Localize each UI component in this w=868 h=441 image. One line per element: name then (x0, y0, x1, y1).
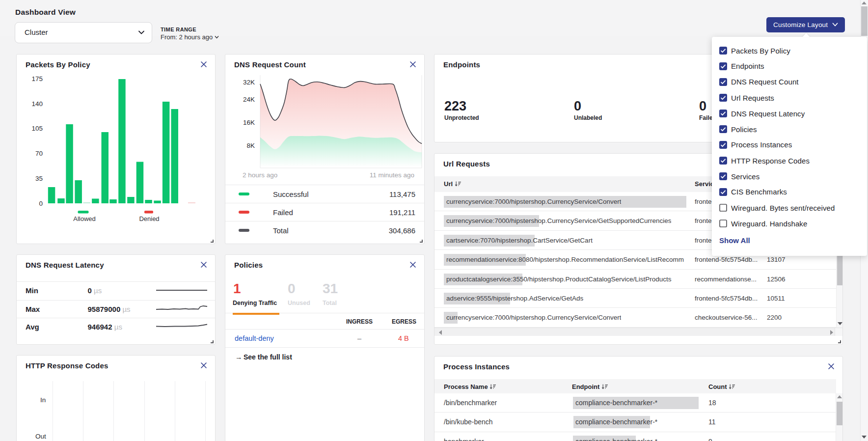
svg-text:2 hours ago: 2 hours ago (243, 171, 277, 179)
svg-text:105: 105 (31, 125, 43, 132)
svg-text:11 minutes ago: 11 minutes ago (370, 171, 414, 179)
svg-text:16K: 16K (243, 119, 255, 126)
svg-text:0: 0 (39, 200, 43, 207)
svg-text:140: 140 (31, 100, 43, 108)
svg-text:70: 70 (35, 150, 43, 157)
svg-text:175: 175 (31, 75, 43, 83)
svg-text:8K: 8K (246, 142, 255, 149)
svg-text:Allowed: Allowed (73, 215, 96, 222)
svg-text:35: 35 (35, 175, 43, 182)
svg-text:24K: 24K (243, 96, 255, 103)
svg-text:32K: 32K (243, 79, 255, 86)
svg-text:Denied: Denied (139, 215, 159, 222)
